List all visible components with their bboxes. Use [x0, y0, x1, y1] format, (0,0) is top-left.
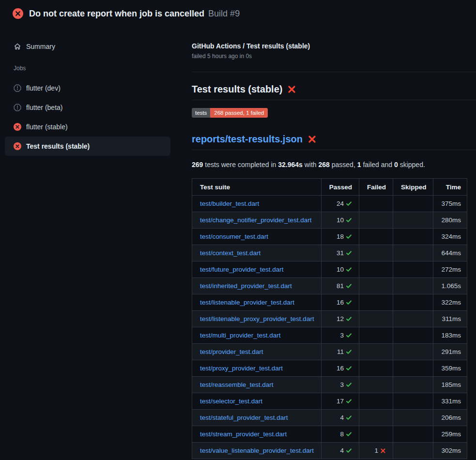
passed-count: 3 — [340, 381, 344, 388]
skipped-cell — [393, 410, 433, 426]
time-cell: 280ms — [433, 212, 467, 229]
time-cell: 259ms — [433, 426, 467, 443]
table-row: test/change_notifier_provider_test.dart1… — [192, 212, 467, 229]
x-icon — [380, 448, 386, 454]
passed-count: 16 — [337, 365, 344, 372]
skipped-cell — [393, 443, 433, 459]
check-icon — [346, 217, 352, 223]
report-file-link[interactable]: reports/test-results.json — [192, 133, 303, 145]
failed-circle-icon — [14, 142, 21, 150]
test-suite-link[interactable]: test/builder_test.dart — [200, 200, 259, 207]
test-suite-link[interactable]: test/listenable_provider_test.dart — [200, 299, 294, 306]
test-suite-link[interactable]: test/reassemble_test.dart — [200, 381, 274, 388]
check-icon — [346, 431, 352, 437]
sidebar-item-job-0[interactable]: flutter (dev) — [5, 78, 170, 98]
test-suite-link[interactable]: test/stateful_provider_test.dart — [200, 414, 288, 421]
sidebar-item-job-3[interactable]: Test results (stable) — [5, 137, 170, 156]
skipped-cell — [393, 360, 433, 377]
test-suite-link[interactable]: test/proxy_provider_test.dart — [200, 365, 283, 372]
passed-count: 12 — [337, 315, 344, 322]
run-meta: failed 5 hours ago in 0s — [192, 53, 476, 60]
table-row: test/multi_provider_test.dart3183ms — [192, 327, 467, 344]
summary-segment: failed and — [361, 161, 395, 169]
table-row: test/proxy_provider_test.dart16359ms — [192, 360, 467, 377]
report-heading: reports/test-results.json — [192, 133, 476, 150]
col-header-failed: Failed — [359, 179, 393, 196]
job-label: Test results (stable) — [26, 142, 90, 150]
test-suite-link[interactable]: test/consumer_test.dart — [200, 233, 268, 240]
breadcrumb: GitHub Actions / Test results (stable) — [192, 42, 476, 50]
job-label: flutter (dev) — [26, 84, 61, 92]
check-icon — [346, 200, 352, 207]
skipped-cell — [393, 229, 433, 245]
table-row: test/selector_test.dart17331ms — [192, 393, 467, 410]
skipped-cell — [393, 327, 433, 344]
time-cell: 291ms — [433, 344, 467, 360]
check-icon — [346, 447, 352, 454]
passed-count: 31 — [337, 249, 344, 257]
test-suite-link[interactable]: test/value_listenable_provider_test.dart — [200, 447, 314, 454]
passed-count: 24 — [337, 200, 344, 207]
check-icon — [346, 382, 352, 388]
table-row: test/stream_provider_test.dart8259ms — [192, 426, 467, 443]
check-icon — [346, 316, 352, 322]
table-row: test/provider_test.dart11291ms — [192, 344, 467, 360]
failed-count: 1 — [374, 447, 378, 454]
section-heading-text: Test results (stable) — [192, 83, 282, 95]
neutral-status-icon — [14, 84, 21, 92]
skipped-cell — [393, 196, 433, 212]
job-label: flutter (stable) — [26, 123, 68, 131]
skipped-cell — [393, 311, 433, 327]
test-suite-link[interactable]: test/selector_test.dart — [200, 398, 262, 405]
summary-segment: 269 — [192, 161, 203, 169]
test-suite-link[interactable]: test/future_provider_test.dart — [200, 266, 284, 273]
passed-count: 81 — [337, 282, 344, 290]
passed-count: 4 — [340, 447, 344, 454]
main-content: GitHub Actions / Test results (stable) f… — [192, 0, 476, 459]
time-cell: 322ms — [433, 294, 467, 311]
summary-segment: 1 — [357, 161, 361, 169]
time-cell: 375ms — [433, 196, 467, 212]
skipped-cell — [393, 426, 433, 443]
check-icon — [346, 332, 352, 338]
test-suite-link[interactable]: test/context_test.dart — [200, 249, 261, 257]
test-results-table: Test suite Passed Failed Skipped Time te… — [192, 178, 467, 459]
col-header-time: Time — [433, 179, 467, 196]
test-suite-link[interactable]: test/change_notifier_provider_test.dart — [200, 216, 311, 224]
table-row: test/listenable_proxy_provider_test.dart… — [192, 311, 467, 327]
skipped-cell — [393, 212, 433, 229]
table-row: test/listenable_provider_test.dart16322m… — [192, 294, 467, 311]
time-cell: 1.065s — [433, 278, 467, 294]
table-row: test/context_test.dart31644ms — [192, 245, 467, 261]
time-cell: 185ms — [433, 377, 467, 393]
summary-segment: 268 — [319, 161, 330, 169]
page-title: Do not create report when job is cancell… — [29, 9, 204, 19]
test-suite-link[interactable]: test/stream_provider_test.dart — [200, 430, 287, 438]
passed-count: 18 — [337, 233, 344, 240]
summary-segment: tests were completed in — [203, 161, 278, 169]
time-cell: 644ms — [433, 245, 467, 261]
check-icon — [346, 365, 352, 371]
test-suite-link[interactable]: test/inherited_provider_test.dart — [200, 282, 292, 290]
sidebar-item-job-2[interactable]: flutter (stable) — [5, 117, 170, 137]
failed-x-icon — [287, 85, 296, 94]
test-suite-link[interactable]: test/listenable_proxy_provider_test.dart — [200, 315, 314, 322]
tests-badge-value: 268 passed, 1 failed — [210, 108, 268, 118]
check-icon — [346, 398, 352, 404]
check-icon — [346, 283, 352, 289]
home-icon — [14, 43, 21, 50]
skipped-cell — [393, 261, 433, 278]
skipped-cell — [393, 245, 433, 261]
table-row: test/reassemble_test.dart3185ms — [192, 377, 467, 393]
test-suite-link[interactable]: test/multi_provider_test.dart — [200, 332, 281, 339]
col-header-skipped: Skipped — [393, 179, 433, 196]
skipped-cell — [393, 294, 433, 311]
sidebar-item-summary[interactable]: Summary — [5, 39, 170, 54]
table-row: test/value_listenable_provider_test.dart… — [192, 443, 467, 459]
tests-summary-line: 269 tests were completed in 32.964s with… — [192, 160, 476, 169]
test-suite-link[interactable]: test/provider_test.dart — [200, 348, 263, 355]
time-cell: 331ms — [433, 393, 467, 410]
time-cell: 183ms — [433, 327, 467, 344]
sidebar-item-job-1[interactable]: flutter (beta) — [5, 98, 170, 117]
neutral-status-icon — [14, 104, 21, 111]
